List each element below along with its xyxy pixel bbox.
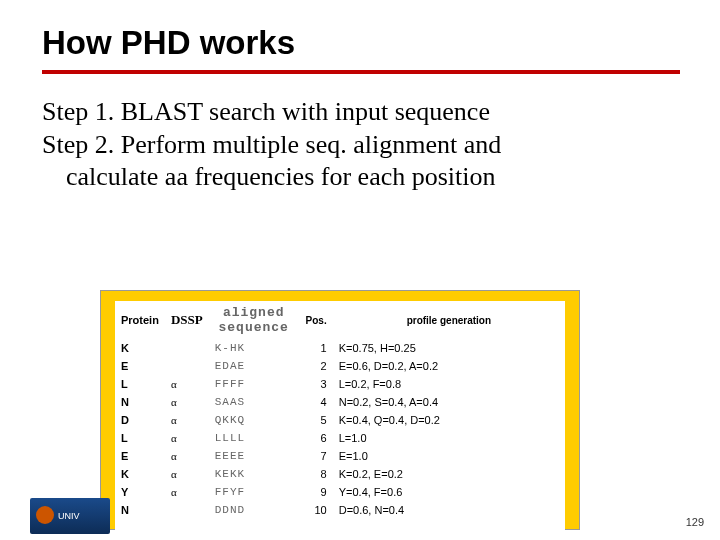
cell-dssp [165, 357, 209, 375]
cell-profile: Y=0.4, F=0.6 [333, 483, 565, 501]
cell-pos: 2 [299, 357, 333, 375]
cell-aligned: QKKQ [209, 411, 299, 429]
header-protein: Protein [115, 301, 165, 339]
cell-pos: 4 [299, 393, 333, 411]
table-row: YαFFYF9Y=0.4, F=0.6 [115, 483, 565, 501]
body-text: Step 1. BLAST search with input sequence… [0, 96, 720, 194]
cell-pos: 8 [299, 465, 333, 483]
cell-dssp: α [165, 375, 209, 393]
cell-pos: 7 [299, 447, 333, 465]
cell-protein: E [115, 357, 165, 375]
cell-protein: N [115, 393, 165, 411]
cell-dssp: α [165, 393, 209, 411]
cell-aligned: FFYF [209, 483, 299, 501]
cell-dssp [165, 339, 209, 357]
logo-text: UNIV [58, 511, 80, 521]
step-2-line1: Step 2. Perform multiple seq. alignment … [42, 129, 660, 162]
slide-title: How PHD works [0, 0, 720, 70]
cell-protein: E [115, 447, 165, 465]
table-row: KαKEKK8K=0.2, E=0.2 [115, 465, 565, 483]
table-row: EEDAE2E=0.6, D=0.2, A=0.2 [115, 357, 565, 375]
header-aligned: aligned sequence [209, 301, 299, 339]
cell-aligned: FFFF [209, 375, 299, 393]
cell-aligned: EDAE [209, 357, 299, 375]
step-2-line2: calculate aa frequencies for each positi… [42, 161, 660, 194]
title-underline [42, 70, 680, 74]
cell-dssp: α [165, 465, 209, 483]
cell-protein: L [115, 375, 165, 393]
figure-inner: Protein DSSP aligned sequence Pos. profi… [115, 301, 565, 539]
step-1: Step 1. BLAST search with input sequence [42, 96, 660, 129]
cell-dssp: α [165, 429, 209, 447]
table-row: NαSAAS4N=0.2, S=0.4, A=0.4 [115, 393, 565, 411]
cell-dssp [165, 501, 209, 519]
page-number: 129 [686, 516, 704, 528]
cell-profile: K=0.2, E=0.2 [333, 465, 565, 483]
cell-protein: K [115, 339, 165, 357]
cell-aligned: LLLL [209, 429, 299, 447]
cell-pos: 6 [299, 429, 333, 447]
figure-panel: Protein DSSP aligned sequence Pos. profi… [100, 290, 580, 530]
table-row: KK-HK1K=0.75, H=0.25 [115, 339, 565, 357]
cell-pos: 10 [299, 501, 333, 519]
cell-dssp: α [165, 447, 209, 465]
cell-aligned: KEKK [209, 465, 299, 483]
cell-aligned: EEEE [209, 447, 299, 465]
cell-protein: Y [115, 483, 165, 501]
cell-pos: 9 [299, 483, 333, 501]
header-dssp: DSSP [165, 301, 209, 339]
university-logo: UNIV [30, 498, 110, 534]
table-row: LαFFFF3L=0.2, F=0.8 [115, 375, 565, 393]
cell-profile: L=0.2, F=0.8 [333, 375, 565, 393]
cell-aligned: DDND [209, 501, 299, 519]
cell-profile: L=1.0 [333, 429, 565, 447]
cell-profile: D=0.6, N=0.4 [333, 501, 565, 519]
cell-dssp: α [165, 411, 209, 429]
cell-profile: K=0.75, H=0.25 [333, 339, 565, 357]
cell-protein: K [115, 465, 165, 483]
table-row: EαEEEE7E=1.0 [115, 447, 565, 465]
cell-dssp: α [165, 483, 209, 501]
cell-pos: 1 [299, 339, 333, 357]
cell-protein: D [115, 411, 165, 429]
cell-aligned: SAAS [209, 393, 299, 411]
cell-pos: 5 [299, 411, 333, 429]
cell-pos: 3 [299, 375, 333, 393]
table-row: LαLLLL6L=1.0 [115, 429, 565, 447]
table-header-row: Protein DSSP aligned sequence Pos. profi… [115, 301, 565, 339]
cell-profile: K=0.4, Q=0.4, D=0.2 [333, 411, 565, 429]
cell-profile: N=0.2, S=0.4, A=0.4 [333, 393, 565, 411]
table-body: KK-HK1K=0.75, H=0.25 EEDAE2E=0.6, D=0.2,… [115, 339, 565, 519]
cell-protein: L [115, 429, 165, 447]
table-row: NDDND10D=0.6, N=0.4 [115, 501, 565, 519]
alignment-table: Protein DSSP aligned sequence Pos. profi… [115, 301, 565, 519]
cell-aligned: K-HK [209, 339, 299, 357]
header-pos: Pos. [299, 301, 333, 339]
table-row: DαQKKQ5K=0.4, Q=0.4, D=0.2 [115, 411, 565, 429]
cell-profile: E=1.0 [333, 447, 565, 465]
cell-profile: E=0.6, D=0.2, A=0.2 [333, 357, 565, 375]
cell-protein: N [115, 501, 165, 519]
header-profile: profile generation [333, 301, 565, 339]
